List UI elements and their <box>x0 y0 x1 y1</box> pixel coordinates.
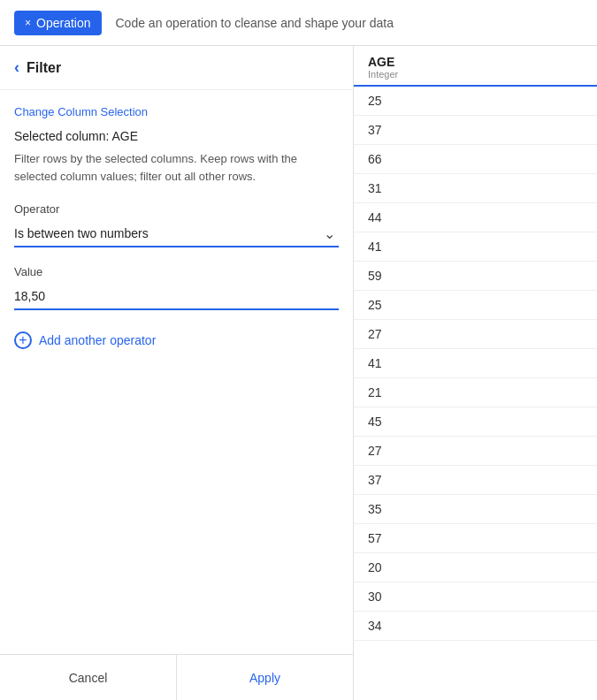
left-panel-footer: Cancel Apply <box>0 654 353 700</box>
operation-badge: × Operation <box>14 11 102 35</box>
add-operator-button[interactable]: + Add another operator <box>14 331 156 349</box>
table-row: 37 <box>354 466 597 495</box>
back-arrow-icon[interactable]: ‹ <box>14 58 19 77</box>
filter-title: Filter <box>27 60 61 76</box>
value-input-wrapper <box>14 284 339 310</box>
top-bar: × Operation Code an operation to cleanse… <box>0 0 597 46</box>
table-row: 20 <box>354 553 597 582</box>
table-cell: 20 <box>354 553 597 582</box>
table-cell: 45 <box>354 407 597 437</box>
table-cell: 37 <box>354 466 597 495</box>
operator-label: Operator <box>14 202 339 216</box>
change-column-link[interactable]: Change Column Selection <box>14 105 148 118</box>
column-header: AGE Integer <box>354 46 597 86</box>
table-row: 25 <box>354 86 597 116</box>
table-row: 37 <box>354 116 597 145</box>
apply-button[interactable]: Apply <box>177 655 353 700</box>
value-input[interactable] <box>14 284 339 308</box>
table-cell: 41 <box>354 232 597 262</box>
value-label: Value <box>14 265 339 278</box>
plus-circle-icon: + <box>14 331 32 349</box>
table-row: 44 <box>354 203 597 232</box>
table-cell: 59 <box>354 262 597 291</box>
column-type: Integer <box>368 69 583 80</box>
table-cell: 34 <box>354 612 597 641</box>
table-row: 27 <box>354 320 597 349</box>
table-row: 34 <box>354 612 597 641</box>
table-cell: 41 <box>354 349 597 378</box>
operation-badge-label: Operation <box>36 16 90 30</box>
table-cell: 37 <box>354 116 597 145</box>
table-cell: 25 <box>354 291 597 320</box>
selected-column-label: Selected column: AGE <box>14 129 339 143</box>
table-row: 25 <box>354 291 597 320</box>
table-cell: 66 <box>354 145 597 174</box>
topbar-description: Code an operation to cleanse and shape y… <box>116 16 394 30</box>
left-panel-content: Change Column Selection Selected column:… <box>0 90 353 654</box>
table-row: 21 <box>354 378 597 407</box>
close-icon[interactable]: × <box>25 17 31 29</box>
table-row: 66 <box>354 145 597 174</box>
table-row: 35 <box>354 495 597 524</box>
table-row: 45 <box>354 407 597 437</box>
table-cell: 35 <box>354 495 597 524</box>
data-table-body: 25376631444159252741214527373557203034 <box>354 86 597 641</box>
table-cell: 21 <box>354 378 597 407</box>
column-header-name: AGE <box>368 55 394 69</box>
table-cell: 25 <box>354 86 597 116</box>
table-row: 30 <box>354 582 597 612</box>
table-cell: 27 <box>354 320 597 349</box>
table-row: 31 <box>354 174 597 203</box>
table-cell: 30 <box>354 582 597 612</box>
operator-select[interactable]: Is between two numbers Is equal to Is no… <box>14 221 339 246</box>
right-panel: AGE Integer 2537663144415925274121452737… <box>354 46 597 700</box>
filter-header: ‹ Filter <box>0 46 353 90</box>
table-cell: 44 <box>354 203 597 232</box>
table-row: 57 <box>354 524 597 553</box>
filter-description: Filter rows by the selected columns. Kee… <box>14 150 339 185</box>
left-panel: ‹ Filter Change Column Selection Selecte… <box>0 46 354 700</box>
add-operator-label: Add another operator <box>39 333 156 347</box>
table-cell: 27 <box>354 437 597 466</box>
table-row: 41 <box>354 349 597 378</box>
data-table: AGE Integer 2537663144415925274121452737… <box>354 46 597 641</box>
table-row: 59 <box>354 262 597 291</box>
operator-select-wrapper: Is between two numbers Is equal to Is no… <box>14 221 339 247</box>
table-row: 27 <box>354 437 597 466</box>
table-cell: 31 <box>354 174 597 203</box>
table-row: 41 <box>354 232 597 262</box>
cancel-button[interactable]: Cancel <box>0 655 176 700</box>
main-layout: ‹ Filter Change Column Selection Selecte… <box>0 46 597 700</box>
table-cell: 57 <box>354 524 597 553</box>
